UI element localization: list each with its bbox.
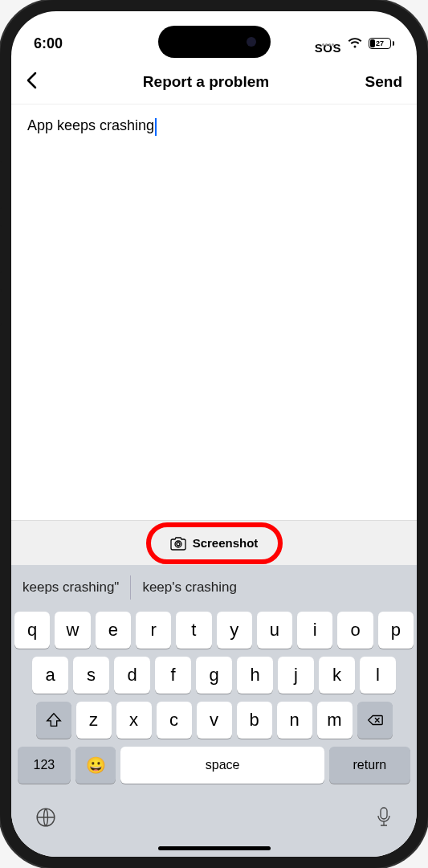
key-z[interactable]: z	[76, 702, 112, 739]
key-g[interactable]: g	[196, 657, 232, 694]
numbers-key[interactable]: 123	[18, 747, 71, 784]
emoji-key[interactable]: 😀	[75, 747, 116, 784]
key-e[interactable]: e	[96, 612, 131, 649]
key-d[interactable]: d	[114, 657, 150, 694]
key-row-3: z x c v b n m	[14, 702, 414, 739]
key-c[interactable]: c	[157, 702, 192, 739]
key-l[interactable]: l	[360, 657, 396, 694]
key-u[interactable]: u	[257, 612, 292, 649]
key-row-2: a s d f g h j k l	[14, 657, 414, 694]
nav-bar: Report a problem Send	[11, 59, 417, 104]
suggestion-2[interactable]: keep's crashing	[130, 575, 248, 600]
silent-switch	[0, 289, 2, 326]
key-v[interactable]: v	[197, 702, 232, 739]
keyboard-footer	[11, 796, 417, 846]
key-h[interactable]: h	[237, 657, 273, 694]
shift-icon	[45, 711, 63, 729]
backspace-key[interactable]	[357, 702, 393, 739]
key-o[interactable]: o	[337, 612, 373, 649]
key-f[interactable]: f	[155, 657, 191, 694]
globe-icon	[35, 807, 56, 828]
emoji-icon: 😀	[86, 755, 106, 775]
space-key[interactable]: space	[120, 747, 324, 784]
battery-icon: 27	[369, 38, 394, 49]
screen: 6:00 SOS 27	[11, 11, 417, 857]
send-button[interactable]: Send	[362, 73, 402, 91]
key-m[interactable]: m	[317, 702, 353, 739]
key-t[interactable]: t	[176, 612, 211, 649]
key-w[interactable]: w	[55, 612, 90, 649]
key-n[interactable]: n	[277, 702, 312, 739]
shift-key[interactable]	[36, 702, 71, 739]
report-text-area[interactable]: App keeps crashing	[11, 104, 417, 520]
key-y[interactable]: y	[217, 612, 252, 649]
suggestion-1[interactable]: keeps crashing"	[11, 575, 130, 600]
volume-up-button	[0, 161, 2, 209]
wifi-icon	[348, 38, 362, 49]
key-row-1: q w e r t y u i o p	[14, 612, 414, 649]
key-x[interactable]: x	[116, 702, 152, 739]
key-a[interactable]: a	[32, 657, 68, 694]
key-row-4: 123 😀 space return	[14, 747, 414, 792]
key-i[interactable]: i	[297, 612, 332, 649]
keyboard: keeps crashing" keep's crashing q w e r …	[11, 565, 417, 857]
text-cursor	[155, 118, 157, 136]
annotation-highlight	[146, 522, 283, 564]
key-k[interactable]: k	[319, 657, 355, 694]
phone-frame: 6:00 SOS 27	[0, 0, 428, 868]
key-p[interactable]: p	[378, 612, 414, 649]
back-button[interactable]	[26, 69, 50, 95]
globe-key[interactable]	[35, 807, 56, 831]
status-time: 6:00	[34, 35, 63, 52]
microphone-icon	[375, 806, 393, 829]
page-title: Report a problem	[143, 73, 269, 91]
key-b[interactable]: b	[237, 702, 272, 739]
key-q[interactable]: q	[14, 612, 50, 649]
dynamic-island	[158, 26, 271, 58]
cellular-dots-icon	[322, 43, 334, 46]
key-j[interactable]: j	[278, 657, 314, 694]
key-s[interactable]: s	[73, 657, 109, 694]
dictation-key[interactable]	[375, 806, 393, 832]
suggestion-bar: keeps crashing" keep's crashing	[11, 568, 417, 607]
volume-down-button	[0, 225, 2, 273]
chevron-left-icon	[26, 72, 37, 89]
backspace-icon	[366, 711, 384, 729]
return-key[interactable]: return	[329, 747, 410, 784]
svg-rect-1	[381, 808, 387, 819]
home-indicator[interactable]	[158, 846, 271, 850]
key-r[interactable]: r	[136, 612, 171, 649]
report-text: App keeps crashing	[27, 117, 154, 133]
attachment-toolbar: Screenshot	[11, 520, 417, 565]
